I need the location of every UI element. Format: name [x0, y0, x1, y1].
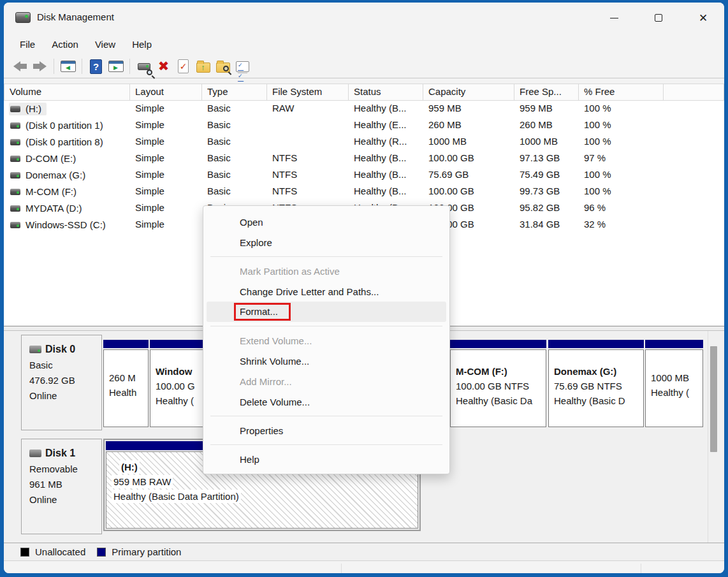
- menu-item-add-mirror: Add Mirror...: [207, 371, 446, 391]
- column-pct-free[interactable]: % Free: [579, 84, 664, 101]
- column-capacity[interactable]: Capacity: [423, 84, 514, 101]
- menu-separator: [210, 326, 442, 326]
- menu-item-open[interactable]: Open: [207, 212, 446, 232]
- partition-donemax[interactable]: Donemax (G:) 75.69 GB NTFS Healthy (Basi…: [548, 340, 644, 427]
- drive-icon: [10, 189, 20, 195]
- disk-icon: [29, 449, 41, 457]
- cell-capacity: 1000 MB: [423, 134, 514, 150]
- rescan-disks-button[interactable]: [134, 57, 154, 75]
- partition-info: 100.00 G: [156, 381, 195, 391]
- table-row[interactable]: (H:) Simple Basic RAW Healthy (B... 959 …: [4, 101, 724, 117]
- column-status[interactable]: Status: [349, 84, 423, 101]
- menu-file[interactable]: File: [11, 36, 43, 52]
- cell-layout: Simple: [130, 150, 202, 167]
- delete-button[interactable]: ✖: [154, 57, 173, 75]
- menu-item-shrink-volume[interactable]: Shrink Volume...: [207, 351, 446, 371]
- show-action-pane-button[interactable]: ▶: [106, 57, 126, 75]
- disk1-label[interactable]: Disk 1 Removable 961 MB Online: [21, 439, 102, 534]
- export-folder-button[interactable]: ↑: [193, 57, 213, 75]
- cell-free: 260 MB: [514, 117, 579, 134]
- partition-info: Healthy (Basic Data Partition): [112, 490, 241, 503]
- menu-action[interactable]: Action: [43, 36, 87, 52]
- partition-mcom[interactable]: M-COM (F:) 100.00 GB NTFS Healthy (Basic…: [450, 340, 546, 427]
- menu-item-help[interactable]: Help: [207, 449, 446, 469]
- column-volume[interactable]: Volume: [4, 84, 130, 101]
- column-file-system[interactable]: File System: [267, 84, 349, 101]
- disk-kind: Removable: [29, 464, 78, 474]
- cell-pct-free: 100 %: [579, 167, 664, 184]
- primary-partition-swatch: [97, 548, 106, 557]
- cell-layout: Simple: [130, 134, 202, 150]
- disk-icon: [29, 346, 41, 353]
- column-type[interactable]: Type: [202, 84, 267, 101]
- forward-button[interactable]: [30, 57, 50, 75]
- cell-type: Basic: [202, 150, 267, 167]
- toolbar-separator: [129, 59, 130, 74]
- drive-icon: [10, 222, 20, 228]
- partition-title: Donemax (G:): [554, 366, 616, 377]
- cell-layout: Simple: [130, 200, 202, 217]
- cell-pct-free: 100 %: [579, 101, 664, 117]
- scrollbar-thumb[interactable]: [710, 346, 717, 452]
- cell-status: Healthy (B...: [349, 101, 423, 117]
- minimize-button[interactable]: [599, 8, 629, 28]
- maximize-button[interactable]: [644, 8, 673, 28]
- properties-list-icon: ✓ —✓ —: [236, 61, 249, 72]
- back-button[interactable]: [10, 57, 30, 75]
- table-row[interactable]: (Disk 0 partition 8) Simple Basic Health…: [4, 134, 724, 150]
- partition-info: Healthy (Basic Da: [456, 395, 532, 406]
- partition-efi[interactable]: 260 M Health: [103, 340, 149, 427]
- close-button[interactable]: ✕: [688, 8, 718, 28]
- partition-info: 1000 MB: [651, 372, 689, 383]
- format-highlight-box: Format...: [234, 303, 291, 321]
- cell-type: Basic: [202, 101, 267, 117]
- partition-info: 959 MB RAW: [112, 475, 173, 488]
- cell-fs: RAW: [267, 101, 349, 117]
- table-row[interactable]: D-COM (E:) Simple Basic NTFS Healthy (B.…: [4, 150, 724, 167]
- volume-name: (H:): [25, 103, 41, 114]
- menu-help[interactable]: Help: [124, 36, 160, 52]
- cell-fs: NTFS: [267, 150, 349, 167]
- properties-list-button[interactable]: ✓ —✓ —: [233, 57, 252, 75]
- menu-item-change-drive-letter[interactable]: Change Drive Letter and Paths...: [207, 281, 446, 302]
- show-console-tree-button[interactable]: ◀: [58, 57, 78, 75]
- check-document-icon: ✓: [178, 59, 189, 73]
- cell-layout: Simple: [130, 101, 202, 117]
- rescan-disks-icon: [138, 63, 150, 70]
- status-bar: [4, 560, 724, 573]
- column-free-space[interactable]: Free Sp...: [514, 84, 579, 101]
- legend-unallocated: Unallocated: [20, 546, 85, 557]
- cell-capacity: 100.00 GB: [423, 184, 514, 200]
- column-layout[interactable]: Layout: [130, 84, 202, 101]
- cell-status: Healthy (R...: [349, 134, 423, 150]
- help-button[interactable]: ?: [86, 57, 106, 75]
- table-row[interactable]: M-COM (F:) Simple Basic NTFS Healthy (B.…: [4, 184, 724, 200]
- menu-item-explore[interactable]: Explore: [207, 232, 446, 252]
- menu-item-properties[interactable]: Properties: [207, 420, 446, 441]
- menu-view[interactable]: View: [87, 36, 124, 52]
- menu-bar: File Action View Help: [4, 33, 724, 55]
- vertical-scrollbar[interactable]: [708, 331, 718, 543]
- menu-item-format[interactable]: Format...: [207, 302, 446, 322]
- volume-name: (Disk 0 partition 1): [25, 120, 103, 131]
- menu-item-delete-volume[interactable]: Delete Volume...: [207, 391, 446, 412]
- drive-icon: [10, 122, 20, 129]
- search-folder-button[interactable]: [213, 57, 233, 75]
- minimize-icon: [610, 18, 618, 18]
- table-row[interactable]: Donemax (G:) Simple Basic NTFS Healthy (…: [4, 167, 724, 184]
- drive-icon: [10, 172, 20, 179]
- menu-item-extend-volume: Extend Volume...: [207, 330, 446, 351]
- volume-name: M-COM (F:): [25, 186, 76, 197]
- disk-size: 476.92 GB: [29, 375, 75, 386]
- check-document-button[interactable]: ✓: [173, 57, 193, 75]
- title-bar: Disk Management ✕: [4, 3, 724, 33]
- partition-info: Healthy (: [156, 395, 194, 406]
- cell-free: 97.13 GB: [514, 150, 579, 167]
- disk-kind: Basic: [29, 360, 53, 370]
- toolbar-separator: [82, 59, 82, 74]
- partition-recovery[interactable]: 1000 MB Healthy (: [645, 340, 703, 427]
- disk0-label[interactable]: Disk 0 Basic 476.92 GB Online: [21, 335, 102, 430]
- table-row[interactable]: (Disk 0 partition 1) Simple Basic Health…: [4, 117, 724, 134]
- cell-status: Healthy (B...: [349, 184, 423, 200]
- show-console-tree-icon: ◀: [61, 61, 76, 72]
